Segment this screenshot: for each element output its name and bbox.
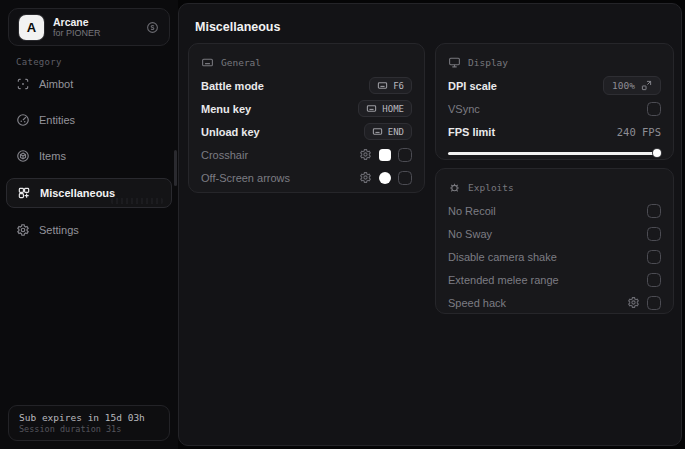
sidebar-item-label: Aimbot — [39, 78, 73, 90]
sidebar-item-miscellaneous[interactable]: Miscellaneous — [6, 178, 172, 208]
sidebar-item-items[interactable]: Items — [6, 142, 172, 170]
session-duration-text: Session duration 31s — [19, 424, 159, 434]
exploits-card-title: Exploits — [468, 182, 514, 193]
app-subtitle: for PIONER — [53, 28, 137, 38]
dpi-scale-label: DPI scale — [448, 80, 497, 92]
no-recoil-checkbox[interactable] — [647, 204, 661, 218]
unload-keybind[interactable]: END — [364, 123, 412, 140]
sidebar-item-label: Miscellaneous — [40, 187, 115, 199]
sidebar-item-label: Items — [39, 150, 66, 162]
cube-icon — [16, 149, 30, 163]
fps-limit-label: FPS limit — [448, 126, 495, 138]
sidebar-item-entities[interactable]: Entities — [6, 106, 172, 134]
no-recoil-label: No Recoil — [448, 205, 496, 217]
fps-limit-row: FPS limit 240 FPS — [448, 120, 661, 143]
scan-icon — [16, 77, 30, 91]
keyboard-icon — [372, 126, 383, 137]
bug-icon — [448, 181, 461, 194]
unload-key-label: Unload key — [201, 126, 260, 138]
battle-mode-label: Battle mode — [201, 80, 264, 92]
menu-key-label: Menu key — [201, 103, 251, 115]
active-item-texture — [111, 198, 163, 204]
keyboard-icon — [201, 56, 214, 69]
offscreen-arrows-color-swatch[interactable] — [379, 172, 391, 184]
general-card-header: General — [201, 54, 412, 70]
general-card: General Battle mode F6 Menu key HOME Unl… — [188, 43, 425, 193]
dpi-scale-row: DPI scale 100% — [448, 74, 661, 97]
vsync-label: VSync — [448, 103, 480, 115]
general-card-title: General — [221, 57, 261, 68]
sidebar-item-aimbot[interactable]: Aimbot — [6, 70, 172, 98]
keyboard-icon — [377, 80, 388, 91]
sidebar-scrollbar[interactable] — [174, 150, 177, 186]
keybind-value: HOME — [382, 104, 404, 114]
sidebar-item-settings[interactable]: Settings — [6, 216, 172, 244]
dpi-scale-value: 100% — [612, 80, 635, 91]
dpi-scale-select[interactable]: 100% — [603, 76, 661, 95]
crosshair-settings-gear-icon[interactable] — [359, 148, 372, 161]
speed-hack-label: Speed hack — [448, 297, 506, 309]
speed-hack-settings-gear-icon[interactable] — [627, 296, 640, 309]
keybind-value: F6 — [393, 81, 404, 91]
fps-slider-track — [448, 152, 661, 156]
monitor-icon — [448, 56, 461, 69]
main-panel: Miscellaneous General Battle mode F6 Men… — [178, 3, 682, 446]
sidebar-item-label: Entities — [39, 114, 75, 126]
offscreen-arrows-checkbox[interactable] — [398, 171, 412, 185]
no-sway-row: No Sway — [448, 222, 661, 245]
keyboard-icon — [366, 103, 377, 114]
app-titles: Arcane for PIONER — [53, 16, 137, 38]
offscreen-arrows-row: Off-Screen arrows — [201, 166, 412, 189]
category-label: Category — [16, 57, 62, 67]
fps-limit-value: 240 FPS — [617, 126, 661, 138]
fps-slider-thumb[interactable] — [653, 149, 661, 157]
crosshair-color-swatch[interactable] — [379, 149, 391, 161]
disable-camera-shake-row: Disable camera shake — [448, 245, 661, 268]
app-logo: A — [19, 15, 44, 40]
menu-keybind[interactable]: HOME — [358, 100, 412, 117]
extended-melee-range-row: Extended melee range — [448, 268, 661, 291]
gear-icon — [16, 223, 30, 237]
no-sway-label: No Sway — [448, 228, 492, 240]
battle-mode-row: Battle mode F6 — [201, 74, 412, 97]
offscreen-arrows-settings-gear-icon[interactable] — [359, 171, 372, 184]
display-card-title: Display — [468, 57, 508, 68]
disable-camera-shake-checkbox[interactable] — [647, 250, 661, 264]
crosshair-checkbox[interactable] — [398, 148, 412, 162]
crosshair-row: Crosshair — [201, 143, 412, 166]
sidebar-item-label: Settings — [39, 224, 79, 236]
sub-expiry-text: Sub expires in 15d 03h — [19, 412, 159, 423]
battle-mode-keybind[interactable]: F6 — [369, 77, 412, 94]
app-name: Arcane — [53, 16, 137, 28]
fps-limit-slider[interactable] — [448, 149, 661, 157]
crosshair-label: Crosshair — [201, 149, 248, 161]
offscreen-arrows-label: Off-Screen arrows — [201, 172, 290, 184]
extended-melee-range-label: Extended melee range — [448, 274, 559, 286]
disable-camera-shake-label: Disable camera shake — [448, 251, 557, 263]
exploits-card-header: Exploits — [448, 179, 661, 195]
speed-hack-row: Speed hack — [448, 291, 661, 314]
keybind-value: END — [388, 127, 404, 137]
menu-key-row: Menu key HOME — [201, 97, 412, 120]
sidebar-nav: Aimbot Entities Items Miscellaneous S — [0, 70, 178, 244]
extended-melee-range-checkbox[interactable] — [647, 273, 661, 287]
no-recoil-row: No Recoil — [448, 199, 661, 222]
app-card: A Arcane for PIONER — [8, 8, 170, 46]
unload-key-row: Unload key END — [201, 120, 412, 143]
sidebar: A Arcane for PIONER Category Aimbot Enti… — [0, 0, 178, 449]
speed-hack-checkbox[interactable] — [647, 296, 661, 310]
radar-icon — [16, 113, 30, 127]
display-card: Display DPI scale 100% VSync FPS limit 2… — [435, 43, 674, 160]
vsync-row: VSync — [448, 97, 661, 120]
subscription-card: Sub expires in 15d 03h Session duration … — [8, 405, 170, 441]
page-title: Miscellaneous — [195, 20, 280, 34]
vsync-checkbox[interactable] — [647, 102, 661, 116]
scale-icon — [641, 80, 652, 91]
no-sway-checkbox[interactable] — [647, 227, 661, 241]
display-card-header: Display — [448, 54, 661, 70]
grid-icon — [17, 186, 31, 200]
sync-icon[interactable] — [146, 21, 159, 34]
exploits-card: Exploits No Recoil No Sway Disable camer… — [435, 168, 674, 314]
